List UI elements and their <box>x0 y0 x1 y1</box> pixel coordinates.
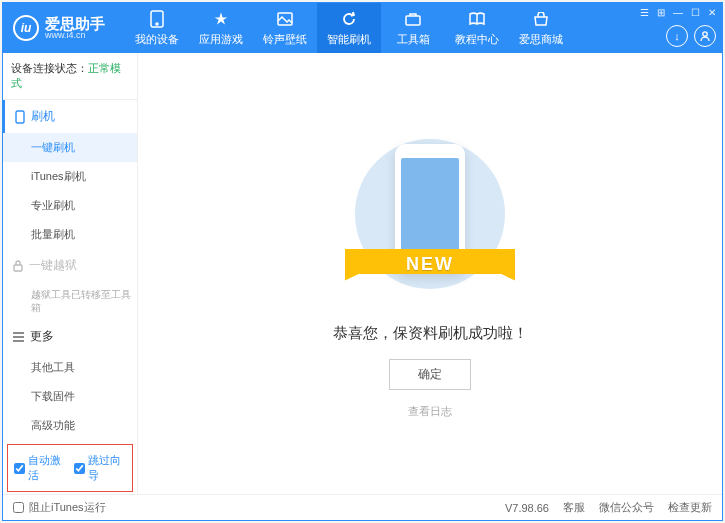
svg-point-4 <box>703 32 707 36</box>
sidebar-item-oneclick-flash[interactable]: 一键刷机 <box>3 133 137 162</box>
check-update-link[interactable]: 检查更新 <box>668 500 712 515</box>
section-jailbreak: 一键越狱 <box>3 249 137 282</box>
store-icon <box>532 10 550 28</box>
sidebar-item-itunes-flash[interactable]: iTunes刷机 <box>3 162 137 191</box>
checkbox-block-itunes[interactable]: 阻止iTunes运行 <box>13 500 106 515</box>
book-icon <box>468 10 486 28</box>
app-url: www.i4.cn <box>45 31 105 40</box>
sidebar-item-batch-flash[interactable]: 批量刷机 <box>3 220 137 249</box>
main-nav: 我的设备 应用游戏 铃声壁纸 智能刷机 工具箱 教程中心 爱思商城 <box>125 3 573 53</box>
maximize-icon[interactable]: ☐ <box>691 7 700 18</box>
app-name: 爱思助手 <box>45 16 105 31</box>
svg-rect-6 <box>14 265 22 271</box>
checkbox-skip-guide[interactable]: 跳过向导 <box>74 453 126 483</box>
nav-toolbox[interactable]: 工具箱 <box>381 3 445 53</box>
titlebar: iu 爱思助手 www.i4.cn 我的设备 应用游戏 铃声壁纸 智能刷机 工具… <box>3 3 722 53</box>
titlebar-round-buttons: ↓ <box>666 25 716 47</box>
refresh-icon <box>340 10 358 28</box>
svg-rect-3 <box>406 16 420 25</box>
toolbox-icon <box>404 10 422 28</box>
checkbox-auto-activate[interactable]: 自动激活 <box>14 453 66 483</box>
user-icon[interactable] <box>694 25 716 47</box>
section-more[interactable]: 更多 <box>3 320 137 353</box>
close-icon[interactable]: ✕ <box>708 7 716 18</box>
logo-icon: iu <box>13 15 39 41</box>
svg-point-1 <box>156 23 158 25</box>
sidebar-item-pro-flash[interactable]: 专业刷机 <box>3 191 137 220</box>
ok-button[interactable]: 确定 <box>389 359 471 390</box>
sidebar-item-download-firmware[interactable]: 下载固件 <box>3 382 137 411</box>
lock-small-icon <box>13 260 23 272</box>
wallpaper-icon <box>276 10 294 28</box>
menu-icon[interactable]: ☰ <box>640 7 649 18</box>
nav-apps[interactable]: 应用游戏 <box>189 3 253 53</box>
wechat-link[interactable]: 微信公众号 <box>599 500 654 515</box>
menu-small-icon <box>13 332 24 342</box>
download-icon[interactable]: ↓ <box>666 25 688 47</box>
apps-icon <box>212 10 230 28</box>
window-controls: ☰ ⊞ — ☐ ✕ <box>640 7 716 18</box>
lock-icon[interactable]: ⊞ <box>657 7 665 18</box>
section-flash[interactable]: 刷机 <box>3 100 137 133</box>
version-label: V7.98.66 <box>505 502 549 514</box>
phone-icon <box>148 10 166 28</box>
app-window: iu 爱思助手 www.i4.cn 我的设备 应用游戏 铃声壁纸 智能刷机 工具… <box>2 2 723 521</box>
nav-my-device[interactable]: 我的设备 <box>125 3 189 53</box>
view-log-link[interactable]: 查看日志 <box>408 404 452 419</box>
support-link[interactable]: 客服 <box>563 500 585 515</box>
nav-ringtones[interactable]: 铃声壁纸 <box>253 3 317 53</box>
app-logo: iu 爱思助手 www.i4.cn <box>13 15 105 41</box>
options-highlight-box: 自动激活 跳过向导 <box>7 444 133 492</box>
minimize-icon[interactable]: — <box>673 7 683 18</box>
success-message: 恭喜您，保资料刷机成功啦！ <box>333 324 528 343</box>
success-illustration: NEW <box>355 129 505 309</box>
nav-flash[interactable]: 智能刷机 <box>317 3 381 53</box>
nav-tutorials[interactable]: 教程中心 <box>445 3 509 53</box>
sidebar: 设备连接状态：正常模式 刷机 一键刷机 iTunes刷机 专业刷机 批量刷机 一… <box>3 53 138 494</box>
jailbreak-note: 越狱工具已转移至工具箱 <box>3 282 137 320</box>
phone-small-icon <box>15 110 25 124</box>
sidebar-item-advanced[interactable]: 高级功能 <box>3 411 137 440</box>
main-content: NEW 恭喜您，保资料刷机成功啦！ 确定 查看日志 <box>138 53 722 494</box>
body: 设备连接状态：正常模式 刷机 一键刷机 iTunes刷机 专业刷机 批量刷机 一… <box>3 53 722 494</box>
connection-status: 设备连接状态：正常模式 <box>3 53 137 100</box>
sidebar-item-other-tools[interactable]: 其他工具 <box>3 353 137 382</box>
svg-rect-5 <box>16 111 24 123</box>
statusbar: 阻止iTunes运行 V7.98.66 客服 微信公众号 检查更新 <box>3 494 722 520</box>
nav-store[interactable]: 爱思商城 <box>509 3 573 53</box>
